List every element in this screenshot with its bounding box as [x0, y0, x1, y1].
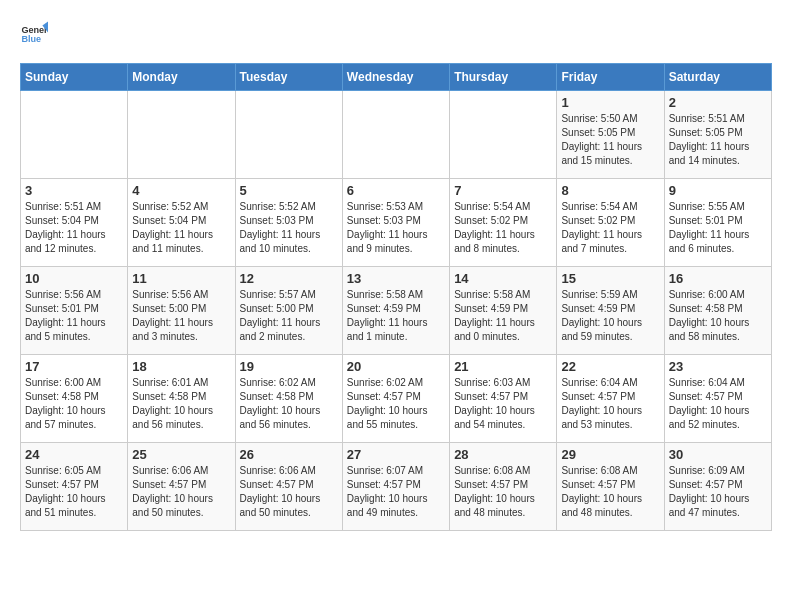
day-number: 21	[454, 359, 552, 374]
calendar-week-row: 17Sunrise: 6:00 AM Sunset: 4:58 PM Dayli…	[21, 355, 772, 443]
header-day: Friday	[557, 64, 664, 91]
day-info: Sunrise: 6:04 AM Sunset: 4:57 PM Dayligh…	[561, 376, 659, 432]
day-number: 19	[240, 359, 338, 374]
logo: General Blue	[20, 20, 48, 48]
header-day: Tuesday	[235, 64, 342, 91]
calendar-cell: 8Sunrise: 5:54 AM Sunset: 5:02 PM Daylig…	[557, 179, 664, 267]
header-row: SundayMondayTuesdayWednesdayThursdayFrid…	[21, 64, 772, 91]
calendar-cell: 19Sunrise: 6:02 AM Sunset: 4:58 PM Dayli…	[235, 355, 342, 443]
calendar-cell: 7Sunrise: 5:54 AM Sunset: 5:02 PM Daylig…	[450, 179, 557, 267]
day-number: 11	[132, 271, 230, 286]
day-number: 3	[25, 183, 123, 198]
calendar-cell: 28Sunrise: 6:08 AM Sunset: 4:57 PM Dayli…	[450, 443, 557, 531]
day-number: 2	[669, 95, 767, 110]
day-number: 14	[454, 271, 552, 286]
calendar-cell: 13Sunrise: 5:58 AM Sunset: 4:59 PM Dayli…	[342, 267, 449, 355]
calendar-cell: 15Sunrise: 5:59 AM Sunset: 4:59 PM Dayli…	[557, 267, 664, 355]
day-number: 27	[347, 447, 445, 462]
day-number: 9	[669, 183, 767, 198]
calendar-cell	[450, 91, 557, 179]
calendar-cell	[342, 91, 449, 179]
calendar-table: SundayMondayTuesdayWednesdayThursdayFrid…	[20, 63, 772, 531]
calendar-cell: 4Sunrise: 5:52 AM Sunset: 5:04 PM Daylig…	[128, 179, 235, 267]
header-day: Sunday	[21, 64, 128, 91]
day-number: 28	[454, 447, 552, 462]
calendar-cell: 23Sunrise: 6:04 AM Sunset: 4:57 PM Dayli…	[664, 355, 771, 443]
calendar-cell: 20Sunrise: 6:02 AM Sunset: 4:57 PM Dayli…	[342, 355, 449, 443]
day-number: 17	[25, 359, 123, 374]
day-number: 26	[240, 447, 338, 462]
calendar-cell: 5Sunrise: 5:52 AM Sunset: 5:03 PM Daylig…	[235, 179, 342, 267]
header-day: Saturday	[664, 64, 771, 91]
day-number: 15	[561, 271, 659, 286]
day-info: Sunrise: 5:52 AM Sunset: 5:03 PM Dayligh…	[240, 200, 338, 256]
calendar-cell	[235, 91, 342, 179]
day-info: Sunrise: 6:01 AM Sunset: 4:58 PM Dayligh…	[132, 376, 230, 432]
day-number: 1	[561, 95, 659, 110]
calendar-cell: 12Sunrise: 5:57 AM Sunset: 5:00 PM Dayli…	[235, 267, 342, 355]
day-number: 20	[347, 359, 445, 374]
day-info: Sunrise: 5:52 AM Sunset: 5:04 PM Dayligh…	[132, 200, 230, 256]
day-info: Sunrise: 6:03 AM Sunset: 4:57 PM Dayligh…	[454, 376, 552, 432]
calendar-cell: 17Sunrise: 6:00 AM Sunset: 4:58 PM Dayli…	[21, 355, 128, 443]
day-info: Sunrise: 5:53 AM Sunset: 5:03 PM Dayligh…	[347, 200, 445, 256]
day-info: Sunrise: 6:04 AM Sunset: 4:57 PM Dayligh…	[669, 376, 767, 432]
header-day: Monday	[128, 64, 235, 91]
calendar-week-row: 3Sunrise: 5:51 AM Sunset: 5:04 PM Daylig…	[21, 179, 772, 267]
day-info: Sunrise: 6:07 AM Sunset: 4:57 PM Dayligh…	[347, 464, 445, 520]
page-header: General Blue	[20, 20, 772, 48]
calendar-cell: 18Sunrise: 6:01 AM Sunset: 4:58 PM Dayli…	[128, 355, 235, 443]
day-info: Sunrise: 6:02 AM Sunset: 4:58 PM Dayligh…	[240, 376, 338, 432]
day-number: 16	[669, 271, 767, 286]
day-number: 4	[132, 183, 230, 198]
day-info: Sunrise: 6:06 AM Sunset: 4:57 PM Dayligh…	[132, 464, 230, 520]
calendar-week-row: 24Sunrise: 6:05 AM Sunset: 4:57 PM Dayli…	[21, 443, 772, 531]
day-number: 29	[561, 447, 659, 462]
day-number: 8	[561, 183, 659, 198]
calendar-cell: 14Sunrise: 5:58 AM Sunset: 4:59 PM Dayli…	[450, 267, 557, 355]
day-number: 7	[454, 183, 552, 198]
calendar-cell: 21Sunrise: 6:03 AM Sunset: 4:57 PM Dayli…	[450, 355, 557, 443]
day-info: Sunrise: 5:56 AM Sunset: 5:00 PM Dayligh…	[132, 288, 230, 344]
day-info: Sunrise: 6:08 AM Sunset: 4:57 PM Dayligh…	[561, 464, 659, 520]
day-info: Sunrise: 5:50 AM Sunset: 5:05 PM Dayligh…	[561, 112, 659, 168]
day-info: Sunrise: 5:51 AM Sunset: 5:05 PM Dayligh…	[669, 112, 767, 168]
day-info: Sunrise: 6:06 AM Sunset: 4:57 PM Dayligh…	[240, 464, 338, 520]
day-info: Sunrise: 6:08 AM Sunset: 4:57 PM Dayligh…	[454, 464, 552, 520]
calendar-cell: 10Sunrise: 5:56 AM Sunset: 5:01 PM Dayli…	[21, 267, 128, 355]
day-info: Sunrise: 5:58 AM Sunset: 4:59 PM Dayligh…	[454, 288, 552, 344]
logo-icon: General Blue	[20, 20, 48, 48]
day-info: Sunrise: 5:57 AM Sunset: 5:00 PM Dayligh…	[240, 288, 338, 344]
day-number: 10	[25, 271, 123, 286]
calendar-cell: 22Sunrise: 6:04 AM Sunset: 4:57 PM Dayli…	[557, 355, 664, 443]
day-number: 13	[347, 271, 445, 286]
calendar-week-row: 10Sunrise: 5:56 AM Sunset: 5:01 PM Dayli…	[21, 267, 772, 355]
day-info: Sunrise: 6:05 AM Sunset: 4:57 PM Dayligh…	[25, 464, 123, 520]
calendar-cell	[128, 91, 235, 179]
calendar-week-row: 1Sunrise: 5:50 AM Sunset: 5:05 PM Daylig…	[21, 91, 772, 179]
day-number: 22	[561, 359, 659, 374]
calendar-cell	[21, 91, 128, 179]
day-number: 23	[669, 359, 767, 374]
day-info: Sunrise: 5:55 AM Sunset: 5:01 PM Dayligh…	[669, 200, 767, 256]
calendar-cell: 2Sunrise: 5:51 AM Sunset: 5:05 PM Daylig…	[664, 91, 771, 179]
day-number: 24	[25, 447, 123, 462]
day-number: 30	[669, 447, 767, 462]
day-number: 5	[240, 183, 338, 198]
calendar-cell: 16Sunrise: 6:00 AM Sunset: 4:58 PM Dayli…	[664, 267, 771, 355]
day-info: Sunrise: 5:58 AM Sunset: 4:59 PM Dayligh…	[347, 288, 445, 344]
calendar-cell: 3Sunrise: 5:51 AM Sunset: 5:04 PM Daylig…	[21, 179, 128, 267]
calendar-cell: 9Sunrise: 5:55 AM Sunset: 5:01 PM Daylig…	[664, 179, 771, 267]
day-info: Sunrise: 5:51 AM Sunset: 5:04 PM Dayligh…	[25, 200, 123, 256]
day-number: 25	[132, 447, 230, 462]
day-info: Sunrise: 6:09 AM Sunset: 4:57 PM Dayligh…	[669, 464, 767, 520]
calendar-cell: 30Sunrise: 6:09 AM Sunset: 4:57 PM Dayli…	[664, 443, 771, 531]
header-day: Thursday	[450, 64, 557, 91]
day-number: 6	[347, 183, 445, 198]
calendar-cell: 27Sunrise: 6:07 AM Sunset: 4:57 PM Dayli…	[342, 443, 449, 531]
calendar-cell: 25Sunrise: 6:06 AM Sunset: 4:57 PM Dayli…	[128, 443, 235, 531]
day-info: Sunrise: 5:56 AM Sunset: 5:01 PM Dayligh…	[25, 288, 123, 344]
day-info: Sunrise: 6:00 AM Sunset: 4:58 PM Dayligh…	[25, 376, 123, 432]
day-info: Sunrise: 5:54 AM Sunset: 5:02 PM Dayligh…	[454, 200, 552, 256]
day-info: Sunrise: 5:59 AM Sunset: 4:59 PM Dayligh…	[561, 288, 659, 344]
